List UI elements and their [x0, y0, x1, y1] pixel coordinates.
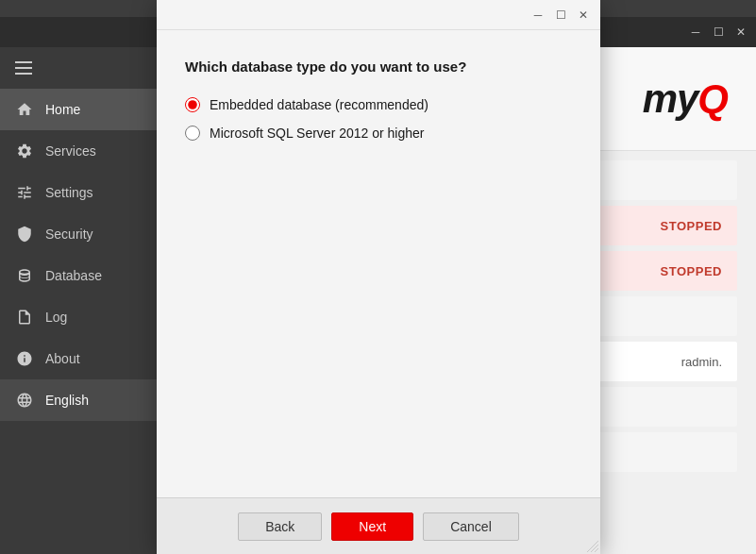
sidebar-label-about: About [45, 351, 80, 366]
home-icon [15, 100, 34, 119]
log-icon [15, 308, 34, 327]
sidebar-item-log[interactable]: Log [0, 296, 160, 338]
settings-icon [15, 183, 34, 202]
dialog-question: Which database type do you want to use? [185, 59, 572, 75]
sidebar-label-log: Log [45, 310, 67, 325]
dialog-footer: Back Next Cancel [157, 497, 600, 554]
next-button[interactable]: Next [331, 512, 413, 541]
back-button[interactable]: Back [238, 512, 322, 541]
sidebar-label-security: Security [45, 227, 93, 242]
sidebar-item-home[interactable]: Home [0, 89, 160, 130]
sidebar-item-database[interactable]: Database [0, 255, 160, 296]
cancel-button[interactable]: Cancel [423, 512, 519, 541]
sidebar-label-database: Database [45, 268, 102, 283]
sidebar-label-home: Home [45, 102, 80, 117]
sidebar: Home Services Settings Security [0, 47, 160, 554]
bg-minimize-btn[interactable]: ─ [688, 25, 703, 40]
hamburger-menu[interactable] [0, 47, 160, 89]
resize-grip [587, 541, 598, 552]
sidebar-item-services[interactable]: Services [0, 130, 160, 172]
dialog-body: Which database type do you want to use? … [157, 30, 600, 497]
language-icon [15, 391, 34, 410]
radio-embedded[interactable] [185, 97, 200, 112]
bg-close-btn[interactable]: ✕ [733, 25, 748, 40]
radio-mssql[interactable] [185, 126, 200, 141]
myq-logo: myQ [643, 76, 728, 122]
dialog-close-btn[interactable]: ✕ [574, 6, 593, 25]
dialog-titlebar: ─ ☐ ✕ [157, 0, 600, 30]
sidebar-label-services: Services [45, 143, 96, 159]
radio-label-mssql: Microsoft SQL Server 2012 or higher [210, 126, 424, 141]
myq-logo-q: Q [697, 76, 728, 121]
sidebar-item-english[interactable]: English [0, 379, 160, 421]
security-icon [15, 225, 34, 243]
status-badge-1: STOPPED [661, 219, 722, 233]
sidebar-item-about[interactable]: About [0, 338, 160, 379]
status-badge-2: STOPPED [661, 264, 722, 278]
radio-option-mssql[interactable]: Microsoft SQL Server 2012 or higher [185, 126, 572, 141]
radio-group: Embedded database (recommended) Microsof… [185, 97, 572, 141]
sidebar-label-settings: Settings [45, 185, 93, 200]
dialog-minimize-btn[interactable]: ─ [529, 6, 547, 25]
services-icon [15, 142, 34, 160]
sidebar-item-security[interactable]: Security [0, 213, 160, 255]
dialog-maximize-btn[interactable]: ☐ [551, 6, 570, 25]
radio-label-embedded: Embedded database (recommended) [210, 97, 428, 112]
radio-option-embedded[interactable]: Embedded database (recommended) [185, 97, 572, 112]
sidebar-item-settings[interactable]: Settings [0, 172, 160, 213]
hamburger-icon [15, 61, 32, 75]
sidebar-label-english: English [45, 393, 89, 408]
about-icon [15, 349, 34, 368]
database-icon [15, 266, 34, 285]
dialog-window: ─ ☐ ✕ Which database type do you want to… [157, 0, 600, 554]
bg-maximize-btn[interactable]: ☐ [711, 25, 726, 40]
admin-text: radmin. [681, 355, 722, 369]
